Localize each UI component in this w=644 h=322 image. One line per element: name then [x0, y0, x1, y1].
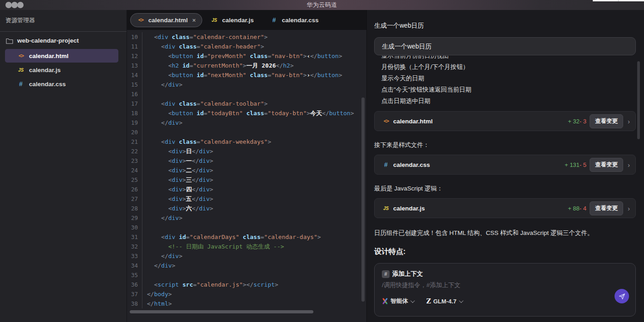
code-line[interactable]: 31 <div id="calendarDays" class="calenda… [127, 232, 366, 242]
hash-icon[interactable]: # [382, 270, 390, 278]
code-line[interactable]: 26 <div>四</div> [127, 185, 366, 194]
clipped-feature-line: 显示当前月份的日历视图 [374, 56, 636, 60]
user-request-heading: 生成一个web日历 [374, 22, 636, 30]
code-line[interactable]: 33 </div> [127, 251, 366, 261]
line-number: 19 [127, 118, 142, 127]
js-file-icon: JS [17, 68, 25, 73]
diff-stats: + 88- 4 [568, 205, 586, 212]
agent-selector-label: 智能体 [390, 297, 408, 305]
glm-logo-icon: Z [426, 298, 431, 305]
code-line[interactable]: 38</html> [127, 299, 366, 308]
file-change-card-js[interactable]: JS calendar.js + 88- 4 查看变更 › [374, 198, 636, 218]
line-number: 15 [127, 80, 142, 89]
code-editor-pane: <> calendar.html × JS calendar.js # cale… [127, 10, 366, 322]
editor-vertical-scrollbar[interactable] [361, 98, 365, 302]
chat-input-box[interactable]: # 添加上下文 /调用快捷指令，#添加上下文 [374, 263, 636, 317]
agent-selector[interactable]: 智能体 [382, 297, 414, 305]
code-line[interactable]: 14 <button id="nextMonth" class="nav-btn… [127, 70, 366, 80]
feature-list-item: 显示今天的日期 [381, 73, 636, 84]
user-message-card[interactable]: 生成一个web日历 [374, 37, 636, 55]
code-line[interactable]: 15 </div> [127, 80, 366, 89]
line-number: 31 [127, 232, 142, 242]
html-file-icon: <> [382, 118, 390, 124]
feature-list: 月份切换（上个月/下个月按钮）显示今天的日期点击"今天"按钮快速返回当前日期点击… [374, 61, 636, 107]
feature-list-item: 月份切换（上个月/下个月按钮） [381, 61, 636, 73]
line-number: 18 [127, 108, 142, 118]
code-line[interactable]: 20 [127, 127, 366, 137]
file-change-card-html[interactable]: <> calendar.html + 32- 3 查看变更 › [374, 111, 636, 131]
tab-calendar-js[interactable]: JS calendar.js [202, 13, 262, 27]
model-selector-label: GLM-4.7 [433, 298, 456, 305]
code-line[interactable]: 10 <div class="calendar-container"> [127, 32, 366, 42]
code-line[interactable]: 34 </div> [127, 261, 366, 270]
model-selector[interactable]: Z GLM-4.7 [426, 298, 462, 305]
code-area[interactable]: 10 <div class="calendar-container">11 <d… [127, 30, 366, 322]
project-folder[interactable]: web-calendar-project [0, 32, 127, 49]
diff-stats: + 32- 3 [568, 118, 586, 125]
line-number: 26 [127, 185, 142, 194]
code-line[interactable]: 29 </div> [127, 213, 366, 223]
code-line[interactable]: 36 <script src="calendar.js"></script> [127, 280, 366, 289]
paper-plane-icon [618, 293, 626, 300]
line-number: 24 [127, 166, 142, 175]
chevron-right-icon[interactable]: › [628, 161, 630, 169]
lines-added: + 88 [568, 205, 580, 212]
chevron-right-icon[interactable]: › [628, 117, 630, 125]
code-line[interactable]: 27 <div>五</div> [127, 194, 366, 204]
explorer-sidebar: 资源管理器 web-calendar-project <> calendar.h… [0, 10, 127, 322]
view-changes-button[interactable]: 查看变更 [590, 114, 623, 128]
code-line[interactable]: 32 <!-- 日期由 JavaScript 动态生成 --> [127, 242, 366, 251]
chevron-right-icon[interactable]: › [628, 205, 630, 212]
code-line[interactable]: 28 <div>六</div> [127, 204, 366, 213]
window-dot-icon[interactable] [11, 2, 18, 8]
view-changes-button[interactable]: 查看变更 [590, 158, 623, 172]
line-number: 17 [127, 99, 142, 108]
chevron-down-icon [410, 298, 415, 303]
agent-icon [382, 298, 388, 304]
lines-added: + 32 [568, 118, 580, 125]
line-number: 29 [127, 213, 142, 223]
html-file-icon: <> [137, 17, 145, 23]
add-context-control[interactable]: # 添加上下文 [382, 270, 628, 278]
line-number: 36 [127, 280, 142, 289]
code-line[interactable]: 25 <div>三</div> [127, 175, 366, 185]
lines-removed: - 5 [580, 161, 586, 168]
code-line[interactable]: 16 [127, 89, 366, 99]
code-line[interactable]: 30 [127, 223, 366, 232]
js-file-icon: JS [382, 206, 390, 211]
code-line[interactable]: 18 <button id="todayBtn" class="today-bt… [127, 108, 366, 118]
window-control-dots[interactable] [5, 2, 23, 8]
code-line[interactable]: 37</body> [127, 289, 366, 299]
send-button[interactable] [615, 289, 629, 303]
code-line[interactable]: 21 <div class="calendar-weekdays"> [127, 137, 366, 146]
tab-calendar-html[interactable]: <> calendar.html × [130, 13, 202, 27]
line-number: 30 [127, 223, 142, 232]
sidebar-item-calendar-html[interactable]: <> calendar.html [5, 49, 118, 63]
code-line[interactable]: 17 <div class="calendar-toolbar"> [127, 99, 366, 108]
tab-calendar-css[interactable]: # calendar.css [262, 13, 327, 27]
design-features-heading: 设计特点: [374, 247, 636, 257]
code-line[interactable]: 11 <div class="calendar-header"> [127, 42, 366, 51]
close-icon[interactable]: × [192, 17, 196, 24]
code-line[interactable]: 22 <div>日</div> [127, 146, 366, 156]
sidebar-item-calendar-css[interactable]: # calendar.css [5, 77, 118, 91]
window-dot-icon[interactable] [5, 2, 12, 8]
code-line[interactable]: 24 <div>二</div> [127, 166, 366, 175]
code-line[interactable]: 13 <h2 id="currentMonth">一月 2026</h2> [127, 61, 366, 70]
code-line[interactable]: 12 <button id="prevMonth" class="nav-btn… [127, 51, 366, 61]
app-title: 华为云码道 [307, 1, 337, 9]
code-line[interactable]: 23 <div>一</div> [127, 156, 366, 166]
editor-horizontal-scrollbar[interactable] [130, 310, 313, 313]
feature-list-item: 点击日期选中日期 [381, 95, 636, 107]
chat-vertical-scrollbar[interactable] [637, 61, 640, 139]
line-number: 23 [127, 156, 142, 166]
window-dot-icon[interactable] [17, 2, 24, 8]
code-line[interactable]: 35 [127, 270, 366, 280]
lines-removed: - 4 [580, 205, 586, 212]
view-changes-button[interactable]: 查看变更 [590, 201, 623, 215]
chevron-down-icon [459, 298, 463, 303]
file-change-card-css[interactable]: # calendar.css + 131- 5 查看变更 › [374, 155, 636, 175]
chat-input-placeholder[interactable]: /调用快捷指令，#添加上下文 [382, 281, 628, 289]
code-line[interactable]: 19 </div> [127, 118, 366, 127]
sidebar-item-calendar-js[interactable]: JS calendar.js [5, 63, 118, 77]
